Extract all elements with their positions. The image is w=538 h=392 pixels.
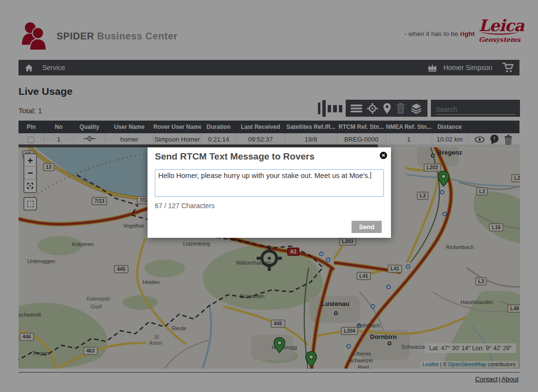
dialog-title: Send RTCM Text Message to Rovers — [155, 151, 315, 162]
page: SPIDERBusiness Center - when it has to b… — [0, 0, 538, 392]
close-icon[interactable]: ✕ — [380, 152, 387, 159]
message-input[interactable]: Hello Homer, please hurry up with your s… — [155, 169, 384, 197]
text-caret — [371, 172, 371, 179]
message-text: Hello Homer, please hurry up with your s… — [158, 172, 370, 179]
char-counter: 67 / 127 Characters — [155, 202, 215, 210]
send-rtcm-dialog: Send RTCM Text Message to Rovers ✕ Hello… — [148, 147, 391, 238]
send-button[interactable]: Send — [352, 221, 382, 233]
